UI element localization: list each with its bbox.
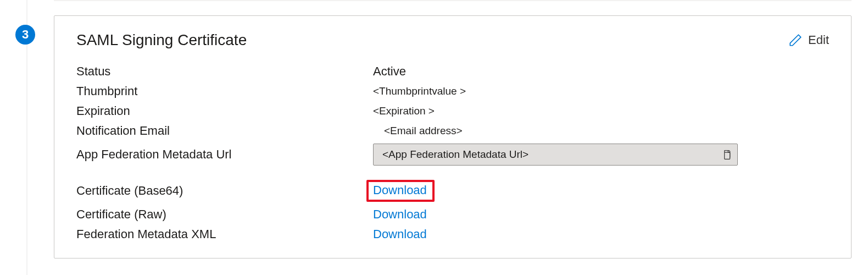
cert-raw-label: Certificate (Raw) [76,207,373,222]
pencil-icon [788,33,803,47]
cert-base64-label: Certificate (Base64) [76,184,373,198]
card-title: SAML Signing Certificate [76,31,247,49]
thumbprint-value: <Thumbprintvalue > [373,85,829,97]
copy-icon[interactable] [721,148,732,161]
spacer [373,171,829,174]
step-badge: 3 [15,25,35,45]
cert-base64-download-link[interactable]: Download [366,180,435,202]
card-header: SAML Signing Certificate Edit [76,31,829,49]
fed-xml-download-link[interactable]: Download [373,227,427,241]
edit-label: Edit [808,33,829,47]
status-label: Status [76,64,373,79]
metadata-url-label: App Federation Metadata Url [76,147,373,162]
thumbprint-label: Thumbprint [76,84,373,98]
metadata-url-field[interactable]: <App Federation Metadata Url> [373,144,738,166]
expiration-value: <Expiration > [373,105,829,117]
card-top-divider [54,0,852,1]
spacer [76,171,373,174]
metadata-url-value: <App Federation Metadata Url> [382,148,528,161]
svg-rect-0 [725,152,730,160]
fed-xml-label: Federation Metadata XML [76,227,373,241]
step-number: 3 [22,28,29,42]
notification-email-label: Notification Email [76,124,373,138]
edit-button[interactable]: Edit [788,33,829,47]
notification-email-value: <Email address> [373,125,829,137]
saml-signing-certificate-card: SAML Signing Certificate Edit Status Act… [54,15,852,258]
field-rows: Status Active Thumbprint <Thumbprintvalu… [76,64,829,241]
status-value: Active [373,64,829,79]
cert-raw-download-link[interactable]: Download [373,207,427,221]
expiration-label: Expiration [76,104,373,118]
